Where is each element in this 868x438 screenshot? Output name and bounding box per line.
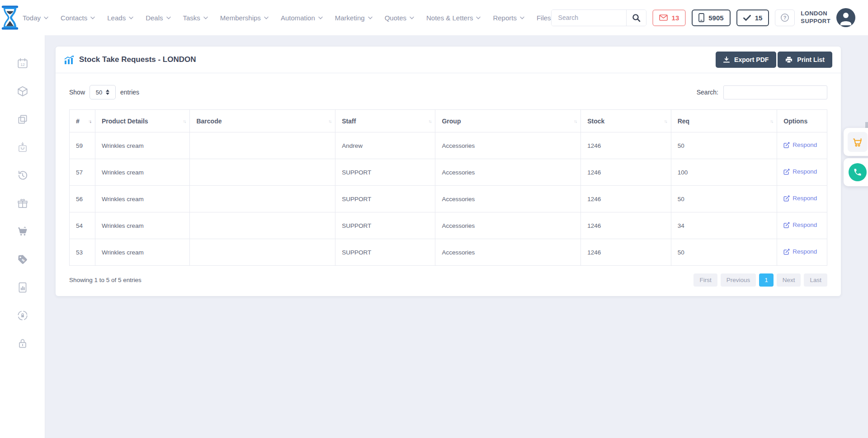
cell-barcode bbox=[190, 239, 335, 266]
pagination-last[interactable]: Last bbox=[804, 273, 827, 287]
search-button[interactable] bbox=[626, 10, 646, 26]
sidebar-item-cart[interactable] bbox=[16, 225, 29, 238]
menu-item-files[interactable]: Files bbox=[537, 14, 551, 22]
print-list-button[interactable]: Print List bbox=[778, 52, 832, 68]
messages-count: 13 bbox=[672, 14, 679, 22]
sidebar-item-lock[interactable] bbox=[16, 337, 29, 350]
phone-widget-button[interactable] bbox=[849, 163, 867, 181]
chevron-down-icon bbox=[90, 16, 95, 19]
sidebar-item-history[interactable] bbox=[16, 169, 29, 182]
edit-icon bbox=[783, 169, 790, 175]
app-logo[interactable] bbox=[0, 5, 20, 30]
cell-stock: 1246 bbox=[581, 212, 671, 239]
respond-link[interactable]: Respond bbox=[783, 195, 817, 202]
stock-bag-icon bbox=[17, 141, 28, 153]
cell-id: 54 bbox=[70, 212, 95, 239]
menu-item-contacts[interactable]: Contacts bbox=[61, 14, 95, 22]
duplicate-icon bbox=[17, 113, 28, 125]
column-label: Group bbox=[442, 118, 461, 125]
messages-badge[interactable]: 13 bbox=[652, 9, 686, 26]
entries-per-page-select[interactable]: 50 bbox=[90, 85, 116, 99]
cart-widget-button[interactable] bbox=[848, 132, 868, 152]
cell-product: Wrinkles cream bbox=[95, 159, 190, 186]
cell-stock: 1246 bbox=[581, 186, 671, 212]
column-header-product[interactable]: Product Details↑↓ bbox=[95, 110, 190, 132]
report-icon bbox=[17, 282, 28, 293]
menu-label: Notes & Letters bbox=[426, 14, 473, 22]
menu-item-deals[interactable]: Deals bbox=[146, 14, 170, 22]
menu-item-marketing[interactable]: Marketing bbox=[335, 14, 373, 22]
respond-link[interactable]: Respond bbox=[783, 248, 817, 255]
calls-count: 5905 bbox=[708, 14, 723, 22]
respond-link[interactable]: Respond bbox=[783, 168, 817, 175]
respond-link[interactable]: Respond bbox=[783, 141, 817, 148]
svg-text:12: 12 bbox=[20, 62, 25, 67]
cell-group: Accessories bbox=[435, 212, 581, 239]
cell-options: Respond bbox=[777, 186, 827, 212]
cell-id: 59 bbox=[70, 132, 95, 159]
floating-phone-widget[interactable] bbox=[844, 158, 868, 186]
edit-icon bbox=[783, 249, 790, 255]
sidebar-item-stock-receive[interactable] bbox=[16, 141, 29, 154]
card-body: Show 50 entries Search: bbox=[56, 73, 841, 296]
sidebar-item-reports[interactable] bbox=[16, 281, 29, 294]
table-search-input[interactable] bbox=[723, 85, 827, 99]
pagination-next[interactable]: Next bbox=[777, 273, 801, 287]
tasks-done-badge[interactable]: 15 bbox=[736, 9, 769, 26]
sidebar-item-calendar[interactable]: 12 bbox=[16, 57, 29, 70]
menu-item-memberships[interactable]: Memberships bbox=[220, 14, 269, 22]
column-label: Options bbox=[783, 118, 807, 125]
export-pdf-button[interactable]: Export PDF bbox=[716, 52, 776, 68]
edit-icon bbox=[783, 195, 790, 202]
sidebar-item-gift[interactable] bbox=[16, 197, 29, 210]
card-header: Stock Take Requests - LONDON Export PDF bbox=[56, 47, 841, 73]
sort-icon: ↑↓ bbox=[770, 118, 773, 123]
sidebar-item-pricing[interactable]: $ bbox=[16, 253, 29, 266]
stock-take-table: #↑↓ Product Details↑↓ Barcode↑↓ Staff↑↓ … bbox=[69, 109, 827, 266]
table-row: 56 Wrinkles cream SUPPORT Accessories 12… bbox=[70, 186, 827, 212]
column-header-group[interactable]: Group↑↓ bbox=[435, 110, 581, 132]
menu-item-leads[interactable]: Leads bbox=[107, 14, 133, 22]
user-avatar[interactable] bbox=[836, 8, 855, 27]
menu-item-reports[interactable]: Reports bbox=[493, 14, 524, 22]
pagination-first[interactable]: First bbox=[693, 273, 717, 287]
menu-item-notes-letters[interactable]: Notes & Letters bbox=[426, 14, 481, 22]
pagination: First Previous 1 Next Last bbox=[693, 273, 827, 287]
chevron-down-icon bbox=[318, 16, 323, 19]
help-badge[interactable]: ? bbox=[775, 9, 795, 26]
menu-item-tasks[interactable]: Tasks bbox=[183, 14, 208, 22]
gift-icon bbox=[17, 198, 28, 209]
column-header-id[interactable]: #↑↓ bbox=[70, 110, 95, 132]
sidebar-item-account-security[interactable] bbox=[16, 309, 29, 322]
column-label: Req bbox=[678, 118, 689, 125]
cell-group: Accessories bbox=[435, 186, 581, 212]
pagination-previous[interactable]: Previous bbox=[721, 273, 756, 287]
chevron-down-icon bbox=[129, 16, 133, 19]
pagination-page-1[interactable]: 1 bbox=[759, 273, 774, 287]
column-header-staff[interactable]: Staff↑↓ bbox=[335, 110, 435, 132]
check-icon bbox=[743, 15, 751, 21]
user-name-line1: LONDON bbox=[801, 10, 830, 18]
sidebar-item-duplicate[interactable] bbox=[16, 113, 29, 126]
cell-options: Respond bbox=[777, 239, 827, 266]
table-search-label: Search: bbox=[697, 89, 718, 96]
column-header-stock[interactable]: Stock↑↓ bbox=[581, 110, 671, 132]
respond-label: Respond bbox=[793, 248, 817, 255]
floating-cart-widget[interactable] bbox=[844, 128, 868, 156]
column-header-req[interactable]: Req↑↓ bbox=[671, 110, 777, 132]
global-search-input[interactable] bbox=[552, 10, 626, 26]
menu-item-quotes[interactable]: Quotes bbox=[385, 14, 414, 22]
sidebar-item-products[interactable] bbox=[16, 85, 29, 98]
table-controls: Show 50 entries Search: bbox=[69, 85, 827, 99]
menu-item-today[interactable]: Today bbox=[23, 14, 48, 22]
calls-badge[interactable]: 5905 bbox=[692, 9, 730, 26]
respond-link[interactable]: Respond bbox=[783, 221, 817, 228]
table-search-control: Search: bbox=[697, 85, 827, 99]
respond-label: Respond bbox=[793, 221, 817, 228]
menu-item-automation[interactable]: Automation bbox=[281, 14, 323, 22]
hourglass-logo-icon bbox=[0, 5, 19, 30]
column-header-barcode[interactable]: Barcode↑↓ bbox=[190, 110, 335, 132]
cell-staff: SUPPORT bbox=[335, 159, 435, 186]
envelope-icon bbox=[659, 14, 668, 21]
user-name: LONDON SUPPORT bbox=[801, 10, 830, 25]
